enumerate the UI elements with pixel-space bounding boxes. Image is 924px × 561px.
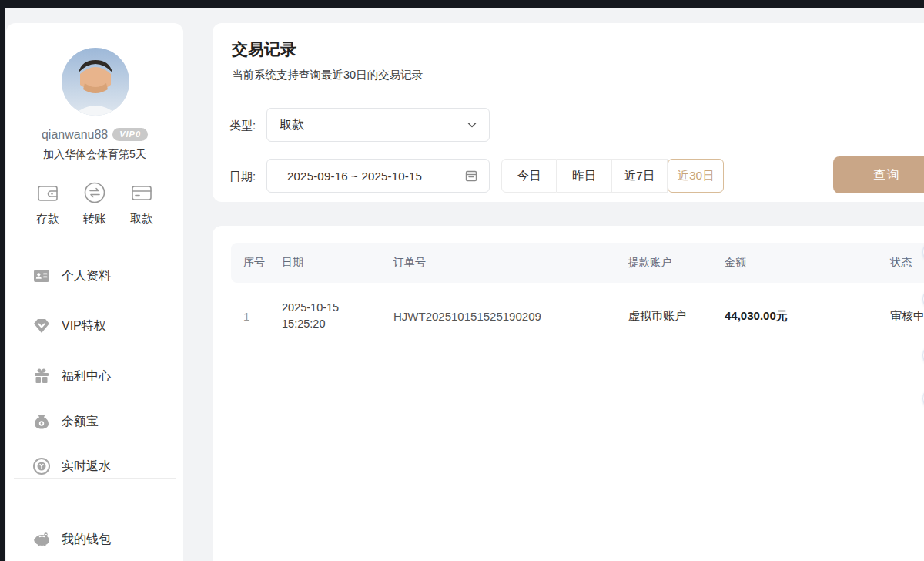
date-range-value: 2025-09-16 ~ 2025-10-15 xyxy=(287,170,464,183)
row-account: 虚拟币账户 xyxy=(628,309,725,324)
withdraw-button[interactable]: 取款 xyxy=(120,180,163,227)
range-7days-button[interactable]: 近7日 xyxy=(612,159,668,193)
transfer-icon xyxy=(82,180,108,206)
vip-level-badge: VIP0 xyxy=(112,128,148,141)
row-order-no: HJWT202510151525190209 xyxy=(393,310,628,323)
chevron-down-icon xyxy=(466,119,478,131)
vip-gem-icon xyxy=(32,317,51,335)
range-yesterday-button[interactable]: 昨日 xyxy=(557,159,612,193)
row-date-day: 2025-10-15 xyxy=(282,301,339,314)
sidebar-item-rebate[interactable]: 实时返水 xyxy=(32,456,111,476)
col-header-status: 状态 xyxy=(890,256,924,270)
rebate-coin-icon xyxy=(32,457,51,475)
gift-icon xyxy=(32,367,51,385)
wallet-icon xyxy=(35,180,61,206)
sidebar-item-welfare[interactable]: 福利中心 xyxy=(32,366,111,386)
page-title: 交易记录 xyxy=(232,39,296,60)
sidebar-item-label: 福利中心 xyxy=(62,368,111,385)
search-button[interactable]: 查询 xyxy=(833,156,924,193)
sidebar-item-label: 实时返水 xyxy=(62,459,111,475)
transaction-filter-card: 交易记录 当前系统支持查询最近30日的交易记录 类型: 取款 日期: 2025-… xyxy=(213,23,924,202)
type-select[interactable]: 取款 xyxy=(266,108,490,142)
piggy-bank-icon xyxy=(32,530,51,549)
sidebar-item-label: 余额宝 xyxy=(62,414,99,430)
calendar-icon xyxy=(464,169,478,183)
quick-range-group: 今日 昨日 近7日 近30日 xyxy=(501,159,724,193)
sidebar-item-profile[interactable]: 个人资料 xyxy=(32,266,111,286)
sidebar-item-label: VIP特权 xyxy=(62,318,106,334)
quick-actions: 存款 转账 取款 xyxy=(6,180,183,227)
id-card-icon xyxy=(32,267,51,285)
join-days-text: 加入华体会体育第5天 xyxy=(6,148,183,162)
page-subtitle: 当前系统支持查询最近30日的交易记录 xyxy=(232,68,423,82)
col-header-account: 提款账户 xyxy=(628,256,725,270)
date-range-input[interactable]: 2025-09-16 ~ 2025-10-15 xyxy=(266,159,490,193)
withdraw-card-icon xyxy=(129,180,155,206)
row-index: 1 xyxy=(231,310,282,323)
sidebar-divider xyxy=(14,478,176,479)
col-header-date: 日期 xyxy=(282,256,393,270)
deposit-label: 存款 xyxy=(36,212,59,227)
col-header-amount: 金额 xyxy=(725,256,890,270)
transaction-table-card: 序号 日期 订单号 提款账户 金额 状态 1 2025-10-15 15:25:… xyxy=(213,226,924,561)
table-header-row: 序号 日期 订单号 提款账户 金额 状态 xyxy=(231,243,924,283)
row-date: 2025-10-15 15:25:20 xyxy=(282,300,393,332)
profile-sidebar: qianwanu88VIP0 加入华体会体育第5天 存款 转账 xyxy=(6,23,183,561)
col-header-order: 订单号 xyxy=(393,256,628,270)
range-today-button[interactable]: 今日 xyxy=(501,159,557,193)
withdraw-label: 取款 xyxy=(130,212,153,227)
sidebar-item-label: 个人资料 xyxy=(62,268,111,284)
deposit-button[interactable]: 存款 xyxy=(26,180,69,227)
sidebar-item-yuebao[interactable]: 余额宝 xyxy=(32,412,99,432)
table-row: 1 2025-10-15 15:25:20 HJWT20251015152519… xyxy=(231,292,924,340)
row-status: 审核中 xyxy=(890,309,924,324)
sidebar-item-label: 我的钱包 xyxy=(62,532,111,548)
avatar[interactable] xyxy=(62,48,129,116)
range-30days-button[interactable]: 近30日 xyxy=(668,159,724,193)
type-label: 类型: xyxy=(229,119,256,133)
transfer-label: 转账 xyxy=(83,212,106,227)
username: qianwanu88 xyxy=(42,128,108,141)
sidebar-item-my-wallet[interactable]: 我的钱包 xyxy=(32,529,111,549)
date-label: 日期: xyxy=(229,170,256,184)
page-background: qianwanu88VIP0 加入华体会体育第5天 存款 转账 xyxy=(5,8,924,561)
money-pouch-icon xyxy=(32,412,51,431)
row-date-time: 15:25:20 xyxy=(282,317,325,330)
transfer-button[interactable]: 转账 xyxy=(73,180,116,227)
type-select-value: 取款 xyxy=(280,117,466,133)
sidebar-item-vip[interactable]: VIP特权 xyxy=(32,316,106,336)
row-amount: 44,030.00元 xyxy=(725,309,890,324)
col-header-index: 序号 xyxy=(231,256,282,270)
avatar-photo xyxy=(62,48,129,116)
